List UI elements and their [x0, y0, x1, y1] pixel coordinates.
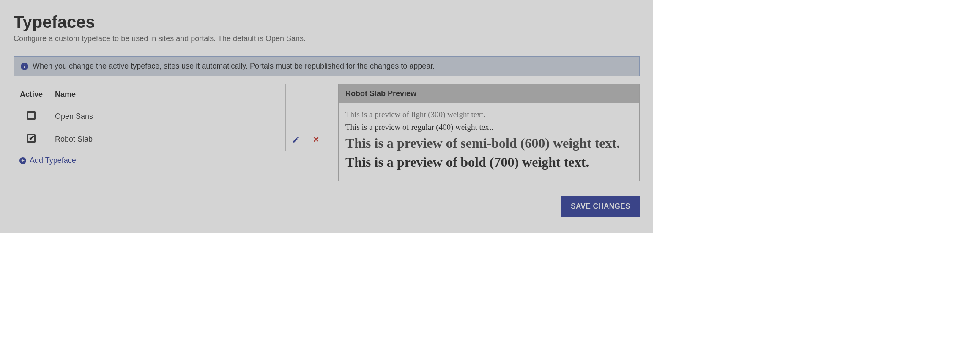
save-row: SAVE CHANGES	[14, 196, 640, 217]
name-cell: Robot Slab	[49, 128, 286, 151]
typeface-list-column: Active Name Open Sans	[14, 84, 326, 170]
typefaces-page: Typefaces Configure a custom typeface to…	[0, 0, 653, 233]
add-typeface-link[interactable]: + Add Typeface	[14, 151, 82, 170]
content-columns: Active Name Open Sans	[14, 84, 640, 181]
table-header-row: Active Name	[14, 84, 326, 105]
table-row: Open Sans	[14, 105, 326, 128]
divider	[14, 49, 640, 49]
checkbox-unchecked-icon[interactable]	[27, 111, 36, 120]
divider	[14, 186, 640, 186]
typeface-table: Active Name Open Sans	[14, 84, 326, 151]
preview-column: Robot Slab Preview This is a preview of …	[338, 84, 640, 181]
page-title: Typefaces	[14, 13, 640, 32]
add-typeface-label: Add Typeface	[30, 156, 76, 165]
col-header-edit	[286, 84, 306, 105]
preview-weight-400: This is a preview of regular (400) weigh…	[345, 123, 632, 132]
table-row: Robot Slab ✕	[14, 128, 326, 151]
info-icon: i	[21, 63, 28, 70]
close-icon[interactable]: ✕	[313, 135, 319, 144]
col-header-delete	[306, 84, 326, 105]
preview-body: This is a preview of light (300) weight …	[339, 103, 639, 181]
edit-cell	[286, 105, 306, 128]
preview-weight-300: This is a preview of light (300) weight …	[345, 110, 632, 119]
preview-weight-700: This is a preview of bold (700) weight t…	[345, 154, 632, 170]
col-header-active: Active	[14, 84, 49, 105]
delete-cell	[306, 105, 326, 128]
pencil-icon[interactable]	[292, 135, 300, 143]
preview-weight-600: This is a preview of semi-bold (600) wei…	[345, 135, 632, 151]
delete-cell[interactable]: ✕	[306, 128, 326, 151]
preview-panel: Robot Slab Preview This is a preview of …	[338, 84, 640, 181]
page-subtitle: Configure a custom typeface to be used i…	[14, 34, 640, 43]
preview-title: Robot Slab Preview	[339, 84, 639, 103]
edit-cell[interactable]	[286, 128, 306, 151]
info-banner: i When you change the active typeface, s…	[14, 56, 640, 76]
active-cell[interactable]	[14, 105, 49, 128]
col-header-name: Name	[49, 84, 286, 105]
active-cell[interactable]	[14, 128, 49, 151]
plus-circle-icon: +	[19, 157, 26, 164]
info-banner-text: When you change the active typeface, sit…	[33, 62, 435, 71]
checkbox-checked-icon[interactable]	[27, 134, 36, 143]
name-cell: Open Sans	[49, 105, 286, 128]
save-changes-button[interactable]: SAVE CHANGES	[561, 196, 640, 217]
